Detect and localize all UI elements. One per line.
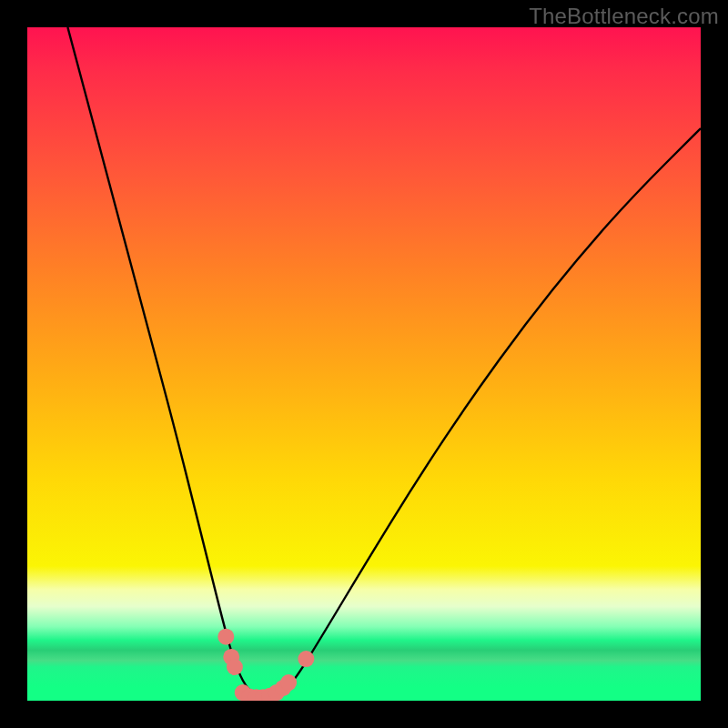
curve-markers [217, 629, 314, 701]
bottleneck-curve-path [67, 27, 701, 698]
curve-marker-dot [227, 659, 243, 675]
watermark-text: TheBottleneck.com [529, 4, 719, 29]
bottleneck-curve-svg [27, 27, 701, 701]
curve-marker-dot [217, 629, 234, 645]
curve-marker-dot [298, 651, 314, 667]
chart-frame: TheBottleneck.com [0, 0, 728, 728]
curve-marker-dot [280, 674, 297, 691]
chart-plot-area [27, 27, 701, 701]
